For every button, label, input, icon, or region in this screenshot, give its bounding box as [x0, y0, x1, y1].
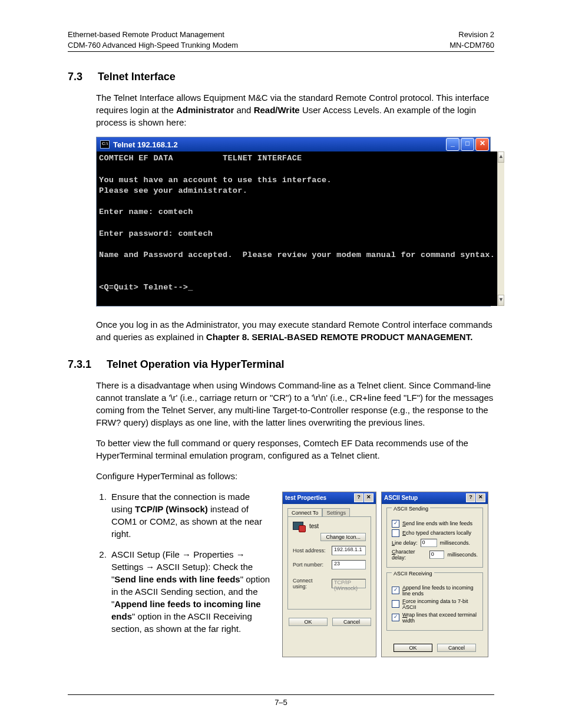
step-2: ASCII Setup (File → Properties → Setting… [109, 548, 273, 635]
close-button[interactable]: ✕ [364, 493, 373, 502]
send-line-ends-label: Send line ends with line feeds [402, 521, 472, 526]
cancel-button[interactable]: Cancel [437, 644, 476, 652]
help-button[interactable]: ? [354, 493, 363, 502]
maximize-button[interactable]: □ [461, 138, 474, 151]
append-line-feeds-checkbox[interactable]: ✓ [392, 587, 399, 594]
connection-name: test [309, 523, 319, 529]
section-title: Telnet Interface [98, 71, 176, 83]
echo-typed-label: Echo typed characters locally [402, 530, 471, 536]
port-number-label: Port number: [293, 562, 328, 568]
sec731-paragraph-2: To better view the full command or query… [96, 437, 494, 462]
telnet-terminal-output: COMTECH EF DATA TELNET INTERFACE You mus… [97, 151, 497, 306]
cancel-button[interactable]: Cancel [332, 618, 371, 626]
sec73-paragraph-2: Once you log in as the Administrator, yo… [96, 318, 494, 343]
header-left-1: Ethernet-based Remote Product Management [68, 29, 238, 40]
char-delay-label: Character delay: [392, 549, 427, 561]
connect-using-label: Connect using: [293, 578, 328, 589]
line-delay-label: Line delay: [392, 540, 418, 546]
close-button[interactable]: ✕ [475, 138, 489, 151]
scrollbar[interactable]: ▲ ▼ [497, 151, 504, 306]
section-7-3-heading: 7.3 Telnet Interface [68, 71, 494, 83]
telnet-window: C:\ Telnet 192.168.1.2 _ □ ✕ COMTECH EF … [96, 137, 491, 307]
telnet-title-text: Telnet 192.168.1.2 [113, 140, 178, 149]
section-7-3-1-heading: 7.3.1 Telnet Operation via HyperTerminal [68, 358, 494, 371]
send-line-ends-checkbox[interactable]: ✓ [392, 520, 399, 528]
ascii-sending-group: ASCII Sending ✓ Send line ends with line… [386, 508, 483, 568]
wrap-lines-checkbox[interactable]: ✓ [392, 614, 399, 621]
sec731-paragraph-1: There is a disadvantage when using Windo… [96, 379, 494, 429]
minimize-button[interactable]: _ [446, 138, 459, 151]
telnet-titlebar: C:\ Telnet 192.168.1.2 _ □ ✕ [97, 137, 490, 151]
step-1: Ensure that the connection is made using… [109, 490, 273, 540]
ok-button[interactable]: OK [289, 618, 328, 626]
header-right-2: MN-CDM760 [449, 40, 494, 51]
section-title: Telnet Operation via HyperTerminal [107, 358, 284, 371]
force-7bit-checkbox[interactable] [392, 600, 399, 608]
ascii-sending-title: ASCII Sending [392, 506, 430, 512]
header-right-1: Revision 2 [449, 29, 494, 40]
help-button[interactable]: ? [466, 493, 475, 502]
wrap-lines-label: Wrap lines that exceed terminal width [402, 612, 478, 624]
host-address-input[interactable]: 192.168.1.1 [332, 546, 366, 555]
line-delay-input[interactable]: 0 [421, 539, 437, 547]
change-icon-button[interactable]: Change Icon... [320, 533, 366, 541]
sec73-paragraph-1: The Telnet Interface allows Equipment M&… [96, 91, 494, 129]
port-number-input[interactable]: 23 [332, 560, 366, 569]
ok-button[interactable]: OK [394, 644, 432, 652]
section-number: 7.3.1 [68, 358, 91, 371]
ascii-receiving-group: ASCII Receiving ✓ Append line feeds to i… [386, 572, 483, 631]
cmd-icon: C:\ [100, 140, 110, 149]
close-button[interactable]: ✕ [476, 493, 485, 502]
configure-steps-list: Ensure that the connection is made using… [96, 490, 273, 635]
connection-icon [293, 522, 305, 531]
append-line-feeds-label: Append line feeds to incoming line ends [402, 585, 478, 597]
page-header: Ethernet-based Remote Product Management… [68, 29, 494, 50]
line-delay-units: milliseconds. [440, 540, 471, 546]
scroll-up-button[interactable]: ▲ [498, 151, 504, 163]
char-delay-input[interactable]: 0 [429, 551, 445, 559]
tab-settings[interactable]: Settings [322, 508, 350, 517]
section-number: 7.3 [68, 71, 82, 83]
force-7bit-label: Force incoming data to 7-bit ASCII [402, 598, 478, 610]
dialog-title: test Properties [285, 495, 326, 501]
dialog-title: ASCII Setup [384, 495, 418, 501]
connect-using-select[interactable]: TCP/IP (Winsock) [332, 579, 366, 588]
footer-rule [68, 694, 494, 695]
char-delay-units: milliseconds. [447, 552, 478, 558]
header-rule [68, 51, 494, 52]
ascii-setup-dialog: ASCII Setup ? ✕ ASCII Sending ✓ Send lin… [381, 492, 488, 657]
scroll-down-button[interactable]: ▼ [498, 295, 504, 306]
header-left-2: CDM-760 Advanced High-Speed Trunking Mod… [68, 40, 238, 51]
sec731-paragraph-3: Configure HyperTerminal as follows: [96, 470, 494, 482]
echo-typed-checkbox[interactable] [392, 529, 399, 537]
page-number: 7–5 [0, 698, 562, 707]
host-address-label: Host address: [293, 548, 328, 554]
ascii-receiving-title: ASCII Receiving [392, 571, 434, 577]
properties-dialog: test Properties ? ✕ Connect To Settings [282, 492, 376, 657]
tab-connect-to[interactable]: Connect To [287, 508, 322, 517]
